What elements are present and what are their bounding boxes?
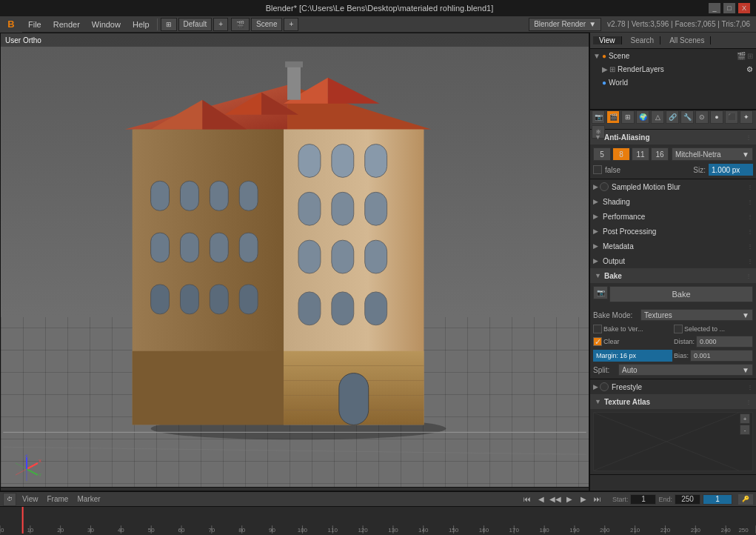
minimize-button[interactable]: _ (709, 3, 720, 13)
aa-num-8[interactable]: 8 (612, 147, 630, 161)
svg-rect-24 (210, 181, 228, 210)
split-row: Split: Auto ▼ (593, 364, 753, 376)
freestyle-toggle[interactable] (600, 382, 609, 391)
engine-dropdown[interactable]: Blender Render ▼ (529, 18, 601, 31)
svg-line-47 (16, 469, 27, 475)
render-icon[interactable]: 📷 (592, 110, 605, 124)
menu-render[interactable]: Render (47, 16, 86, 33)
modifier-icon[interactable]: 🔧 (680, 110, 694, 124)
constraints-icon[interactable]: 🔗 (666, 110, 679, 124)
object-prop-icon[interactable]: △ (651, 110, 664, 124)
section-shading[interactable]: ▶ Shading ⋮ (590, 194, 756, 209)
current-frame-field[interactable]: 1 (703, 494, 732, 505)
bake-btn-row: 📷 Bake (593, 286, 753, 305)
aa-num-11[interactable]: 11 (632, 147, 649, 161)
maximize-button[interactable]: □ (723, 3, 735, 13)
data-icon[interactable]: ⊙ (695, 110, 709, 124)
outliner-item-world[interactable]: ● World (590, 76, 756, 89)
bake-button[interactable]: Bake (609, 286, 753, 302)
prev-frame-btn[interactable]: ◀ (535, 494, 547, 505)
section-freestyle[interactable]: ▶ Freestyle ⋮ (590, 379, 756, 394)
bake-mode-dropdown[interactable]: Textures ▼ (640, 309, 753, 321)
section-output[interactable]: ▶ Output ⋮ (590, 253, 756, 268)
section-performance[interactable]: ▶ Performance ⋮ (590, 209, 756, 224)
svg-text:140: 140 (418, 527, 429, 534)
timeline-ruler[interactable]: 0 10 20 30 40 50 60 70 80 90 100 110 120 (0, 507, 756, 535)
scene-selector[interactable]: Scene (251, 18, 282, 31)
aa-num-5[interactable]: 5 (593, 147, 611, 161)
meta-menu-dots: ⋮ (747, 243, 753, 250)
render-layers-icon[interactable]: ⊞ (621, 110, 635, 124)
menu-help[interactable]: Help (127, 16, 155, 33)
close-button[interactable]: X (738, 3, 750, 13)
svg-text:150: 150 (449, 527, 459, 534)
menu-window[interactable]: Window (86, 16, 127, 33)
bake-cam-icon[interactable]: 📷 (593, 286, 608, 299)
svg-text:250: 250 (738, 527, 749, 534)
play-btn[interactable]: ▶ (563, 494, 575, 505)
distan-label: Distan: (674, 338, 695, 345)
keying-set-btn[interactable]: 🔑 (738, 494, 753, 505)
editor-type-btn[interactable]: ⊞ (161, 18, 177, 31)
section-header-texture-atlas[interactable]: ▼ Texture Atlas ⋮ (590, 394, 756, 409)
full-sample-checkbox[interactable] (593, 165, 602, 174)
full-sample-row: false Siz: 1.000 px (593, 164, 753, 176)
window-controls[interactable]: _ □ X (709, 3, 750, 13)
ta-zoom-out[interactable]: - (740, 425, 750, 435)
world-prop-icon[interactable]: 🌍 (636, 110, 649, 124)
menu-file[interactable]: File (22, 16, 47, 33)
tab-all-scenes[interactable]: All Scenes (663, 36, 711, 44)
aa-filter-dropdown[interactable]: Mitchell-Netra ▼ (672, 147, 753, 161)
end-frame-field[interactable]: 250 (675, 494, 700, 505)
shading-label: Shading (603, 198, 630, 206)
svg-text:230: 230 (691, 527, 701, 534)
jump-start-btn[interactable]: ⏮ (521, 494, 533, 505)
split-dropdown[interactable]: Auto ▼ (618, 364, 753, 376)
material-icon[interactable]: ● (710, 110, 723, 124)
timeline-type-icon[interactable]: ⏱ (3, 493, 16, 506)
world-dot-icon: ● (602, 79, 606, 87)
outliner-item-renderlayers[interactable]: ▶ ⊞ RenderLayers ⚙ (590, 62, 756, 76)
bake-to-vert-checkbox[interactable] (593, 325, 602, 333)
distan-value[interactable]: 0.000 (696, 336, 753, 348)
tab-view[interactable]: View (593, 36, 622, 44)
selected-to-checkbox[interactable] (674, 325, 683, 333)
section-metadata[interactable]: ▶ Metadata ⋮ (590, 239, 756, 253)
smb-toggle[interactable] (600, 182, 609, 191)
particles-icon[interactable]: ✦ (740, 110, 753, 124)
section-sampled-motion-blur[interactable]: ▶ Sampled Motion Blur ⋮ (590, 179, 756, 194)
play-rev-btn[interactable]: ◀◀ (549, 494, 561, 505)
section-header-aa[interactable]: ▼ Anti-Aliasing ⋮ (590, 130, 756, 144)
size-value[interactable]: 1.000 px (709, 164, 753, 176)
svg-rect-17 (365, 240, 387, 273)
viewport[interactable]: User Ortho (1) Kanalhaus_Eck1 Materials … (0, 33, 589, 507)
next-frame-btn[interactable]: ▶ (578, 494, 589, 505)
bake-title: Bake (604, 272, 622, 280)
outliner-item-scene[interactable]: ▼ ● Scene 🎬 ⊞ (590, 49, 756, 62)
section-anti-aliasing: ▼ Anti-Aliasing ⋮ 5 8 11 16 Mitchell-Net… (590, 130, 756, 179)
clear-checkbox[interactable]: ✓ (593, 337, 602, 346)
ta-controls: + - (739, 413, 752, 471)
scene-type-btn[interactable]: 🎬 (231, 18, 250, 31)
bake-content: 📷 Bake Bake Mode: Textures ▼ (590, 283, 756, 379)
jump-end-btn[interactable]: ⏭ (592, 494, 603, 505)
aa-num-16[interactable]: 16 (651, 147, 669, 161)
scene-add[interactable]: + (284, 18, 298, 31)
aa-content: 5 8 11 16 Mitchell-Netra ▼ false Siz: (590, 144, 756, 179)
timeline-marker-menu[interactable]: Marker (74, 495, 103, 503)
margin-value[interactable]: Margin: 16 px (593, 350, 672, 362)
svg-marker-36 (151, 100, 203, 130)
timeline-frame-menu[interactable]: Frame (44, 495, 72, 503)
section-post-processing[interactable]: ▶ Post Processing ⋮ (590, 224, 756, 239)
start-frame-field[interactable]: 1 (630, 494, 656, 505)
section-header-bake[interactable]: ▼ Bake ⋮ (590, 268, 756, 283)
workspace-add[interactable]: + (213, 18, 228, 31)
render-settings-icon[interactable]: 🎬 (606, 110, 620, 124)
texture-icon[interactable]: ⬛ (725, 110, 738, 124)
tab-search[interactable]: Search (625, 36, 661, 44)
workspace-selector[interactable]: Default (178, 18, 213, 31)
ta-zoom-in[interactable]: + (740, 413, 750, 424)
freestyle-arrow: ▶ (593, 383, 598, 391)
timeline-view-menu[interactable]: View (19, 495, 41, 503)
bias-value[interactable]: 0.001 (690, 350, 753, 362)
